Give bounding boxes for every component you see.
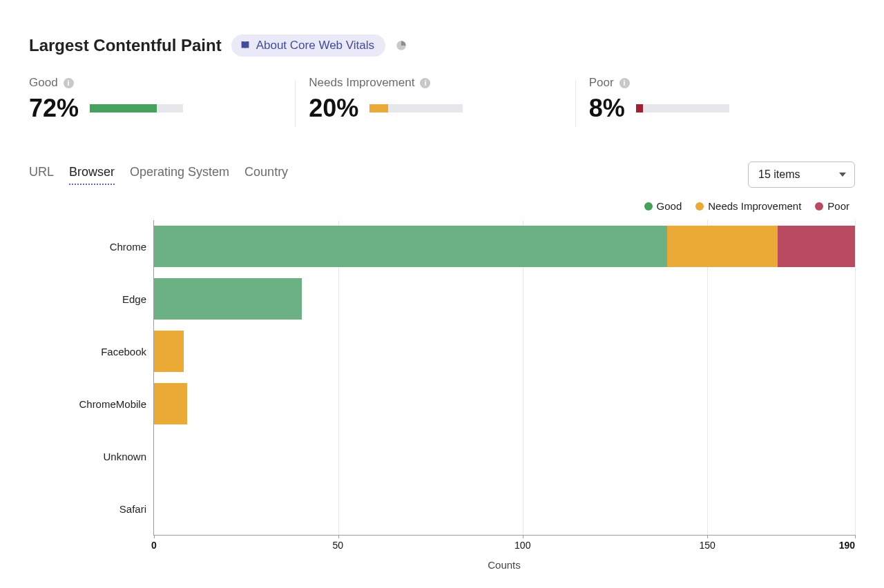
metric-value: 72% bbox=[29, 94, 79, 123]
metric-label: Poor bbox=[589, 76, 614, 90]
metric-label-row: Goodi bbox=[29, 76, 281, 90]
metric-bar bbox=[369, 104, 463, 112]
info-icon[interactable]: i bbox=[64, 78, 74, 88]
metric-value: 20% bbox=[309, 94, 358, 123]
tab-country[interactable]: Country bbox=[244, 165, 288, 185]
metric-bar bbox=[636, 104, 729, 112]
book-icon bbox=[240, 40, 251, 51]
about-pill-label: About Core Web Vitals bbox=[256, 39, 374, 52]
metric-label-row: Poori bbox=[589, 76, 841, 90]
chart-bar[interactable] bbox=[154, 331, 184, 372]
metric-bar-fill bbox=[90, 104, 157, 112]
chart-bar[interactable] bbox=[154, 383, 187, 424]
chart-body: ChromeEdgeFacebookChromeMobileUnknownSaf… bbox=[29, 220, 855, 536]
chart-y-label: Safari bbox=[29, 482, 153, 535]
chart-x-title: Counts bbox=[153, 559, 855, 571]
legend-swatch bbox=[644, 202, 653, 210]
chart-x-label: 0 bbox=[151, 540, 157, 551]
chart-y-label: Edge bbox=[29, 273, 153, 325]
chart: ChromeEdgeFacebookChromeMobileUnknownSaf… bbox=[29, 220, 855, 571]
about-core-web-vitals-button[interactable]: About Core Web Vitals bbox=[231, 35, 385, 57]
metric-body: 20% bbox=[309, 94, 561, 123]
legend-swatch bbox=[815, 202, 823, 210]
metrics-row: Goodi72%Needs Improvementi20%Poori8% bbox=[29, 76, 855, 123]
chart-bar[interactable] bbox=[154, 226, 855, 267]
chart-bar-row bbox=[154, 325, 855, 378]
chart-x-label: 50 bbox=[333, 540, 344, 551]
chart-y-label: ChromeMobile bbox=[29, 378, 153, 430]
chart-bar-row bbox=[154, 273, 855, 325]
chart-x-tick bbox=[855, 535, 856, 538]
chart-y-label: Unknown bbox=[29, 430, 153, 482]
tab-browser[interactable]: Browser bbox=[69, 165, 115, 185]
metric-bar-fill bbox=[369, 104, 388, 112]
chart-bar-segment bbox=[667, 226, 778, 267]
chart-bar-row bbox=[154, 482, 855, 535]
chart-gridline bbox=[855, 220, 856, 535]
controls-row: URLBrowserOperating SystemCountry 15 ite… bbox=[29, 161, 855, 188]
metric-value: 8% bbox=[589, 94, 625, 123]
caret-down-icon bbox=[839, 173, 846, 177]
chart-x-label: 190 bbox=[839, 540, 855, 551]
chart-x-label: 100 bbox=[515, 540, 530, 551]
chart-x-label: 150 bbox=[699, 540, 715, 551]
page-header: Largest Contentful Paint About Core Web … bbox=[29, 35, 855, 57]
metric-bar-fill bbox=[636, 104, 644, 112]
chart-bar[interactable] bbox=[154, 278, 302, 320]
chart-bar-segment bbox=[154, 278, 302, 320]
metric-card: Poori8% bbox=[575, 76, 855, 123]
chart-legend: GoodNeeds ImprovementPoor bbox=[29, 200, 855, 212]
chart-y-labels: ChromeEdgeFacebookChromeMobileUnknownSaf… bbox=[29, 220, 153, 536]
legend-label: Poor bbox=[827, 200, 849, 212]
metric-bar bbox=[90, 104, 183, 112]
chart-bar-row bbox=[154, 430, 855, 482]
chart-bar-segment bbox=[154, 383, 187, 424]
items-select[interactable]: 15 items bbox=[748, 161, 855, 188]
legend-label: Needs Improvement bbox=[708, 200, 801, 212]
legend-swatch bbox=[695, 202, 704, 210]
tabs: URLBrowserOperating SystemCountry bbox=[29, 165, 288, 185]
tab-operating-system[interactable]: Operating System bbox=[130, 165, 229, 185]
legend-label: Good bbox=[657, 200, 682, 212]
info-icon[interactable]: i bbox=[420, 78, 430, 88]
page-root: Largest Contentful Paint About Core Web … bbox=[0, 0, 884, 588]
chart-bar-segment bbox=[778, 226, 855, 267]
legend-item[interactable]: Poor bbox=[815, 200, 849, 212]
legend-item[interactable]: Good bbox=[644, 200, 682, 212]
metric-card: Needs Improvementi20% bbox=[295, 76, 575, 123]
metric-card: Goodi72% bbox=[29, 76, 295, 123]
legend-item[interactable]: Needs Improvement bbox=[695, 200, 801, 212]
chart-bar-row bbox=[154, 220, 855, 273]
chart-x-axis: 050100150190 bbox=[153, 536, 855, 553]
items-select-label: 15 items bbox=[758, 168, 800, 180]
metric-label-row: Needs Improvementi bbox=[309, 76, 561, 90]
chart-y-label: Chrome bbox=[29, 220, 153, 273]
chart-plot bbox=[153, 220, 855, 536]
chart-bar-segment bbox=[154, 226, 667, 267]
chart-bar-segment bbox=[154, 331, 184, 372]
metric-body: 8% bbox=[589, 94, 841, 123]
page-title: Largest Contentful Paint bbox=[29, 36, 222, 55]
metric-label: Needs Improvement bbox=[309, 76, 414, 90]
chart-y-label: Facebook bbox=[29, 325, 153, 378]
chart-bar-row bbox=[154, 378, 855, 430]
tab-url[interactable]: URL bbox=[29, 165, 54, 185]
metric-label: Good bbox=[29, 76, 58, 90]
metric-body: 72% bbox=[29, 94, 281, 123]
pie-chart-icon[interactable] bbox=[395, 39, 407, 52]
info-icon[interactable]: i bbox=[619, 78, 630, 88]
